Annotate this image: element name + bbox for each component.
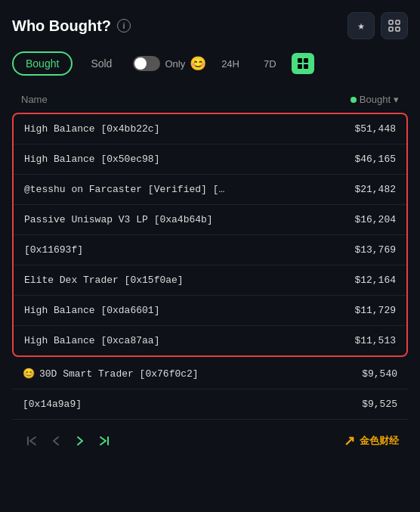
info-icon[interactable]: i <box>117 19 131 33</box>
svg-rect-1 <box>396 20 400 24</box>
table-row: Elite Dex Trader [0x15f0ae] $12,164 <box>14 265 406 296</box>
row-value: $21,482 <box>354 184 396 195</box>
time-24h-button[interactable]: 24H <box>212 54 249 73</box>
prev-page-button[interactable] <box>45 430 66 451</box>
row-value: $46,165 <box>354 154 396 165</box>
row-value: $16,204 <box>354 214 396 225</box>
row-name: High Balance [0xca87aa] <box>24 335 159 346</box>
row-name: Passive Uniswap V3 LP [0xa4b64b] <box>24 214 213 225</box>
last-page-button[interactable] <box>94 430 115 451</box>
row-name: High Balance [0xda6601] <box>24 305 159 316</box>
table-row: High Balance [0x4bb22c] $51,448 <box>14 114 406 144</box>
only-label: Only <box>165 58 185 70</box>
page-buttons <box>21 430 115 451</box>
row-value: $11,729 <box>354 305 396 316</box>
pagination: ↗ 金色财经 <box>12 420 408 458</box>
next-page-button[interactable] <box>69 430 91 451</box>
svg-rect-4 <box>298 58 302 63</box>
bought-header-text: Bought <box>360 94 391 105</box>
page-title: Who Bought? i <box>12 17 131 35</box>
row-name: @tesshu on Farcaster [Verified] [… <box>24 184 224 195</box>
row-name: [0x14a9a9] <box>23 399 82 410</box>
row-name: 😊30D Smart Trader [0x76f0c2] <box>23 368 199 380</box>
svg-rect-3 <box>396 27 400 31</box>
expand-button[interactable] <box>381 12 408 39</box>
svg-rect-2 <box>389 27 393 31</box>
normal-row: 😊30D Smart Trader [0x76f0c2] $9,540 <box>12 358 408 389</box>
table-row: High Balance [0x50ec98] $46,165 <box>14 144 406 175</box>
toggle-wrap: Only 😊 <box>133 55 206 72</box>
svg-rect-5 <box>304 58 308 63</box>
header-buttons: ★ <box>347 12 408 39</box>
tab-bought[interactable]: Bought <box>12 51 73 76</box>
row-value: $13,769 <box>354 244 396 256</box>
watermark-text: 金色财经 <box>360 434 399 448</box>
watermark: ↗ 金色财经 <box>344 433 399 449</box>
header-row: Who Bought? i ★ <box>12 12 408 39</box>
normal-row: [0x14a9a9] $9,525 <box>12 389 408 420</box>
table-row: [0x11693f] $13,769 <box>14 235 406 265</box>
table-row: High Balance [0xca87aa] $11,513 <box>14 326 406 355</box>
first-page-button[interactable] <box>21 430 42 451</box>
row-value: $51,448 <box>354 123 396 135</box>
row-value: $12,164 <box>354 275 396 286</box>
svg-rect-7 <box>304 64 308 69</box>
green-dot-icon <box>351 97 357 103</box>
table-row: Passive Uniswap V3 LP [0xa4b64b] $16,204 <box>14 205 406 235</box>
row-name: High Balance [0x50ec98] <box>24 154 159 165</box>
sort-icon: ▾ <box>394 94 399 105</box>
name-column-header: Name <box>21 94 48 105</box>
time-7d-button[interactable]: 7D <box>255 54 286 73</box>
row-name: [0x11693f] <box>24 244 83 256</box>
row-value: $9,525 <box>362 399 397 410</box>
tabs-row: Bought Sold Only 😊 24H 7D <box>12 51 408 76</box>
row-value: $11,513 <box>354 335 396 346</box>
title-text: Who Bought? <box>12 17 111 35</box>
table-row: High Balance [0xda6601] $11,729 <box>14 296 406 326</box>
grid-view-button[interactable] <box>292 53 314 74</box>
star-button[interactable]: ★ <box>347 12 375 39</box>
table-row: @tesshu on Farcaster [Verified] [… $21,4… <box>14 175 406 205</box>
row-value: $9,540 <box>362 368 397 380</box>
watermark-icon: ↗ <box>344 433 355 449</box>
row-name: Elite Dex Trader [0x15f0ae] <box>24 275 184 286</box>
highlighted-section: High Balance [0x4bb22c] $51,448 High Bal… <box>12 113 408 357</box>
svg-rect-0 <box>389 20 393 24</box>
table-header: Name Bought ▾ <box>12 88 408 111</box>
bought-column-header[interactable]: Bought ▾ <box>351 94 399 105</box>
row-emoji: 😊 <box>23 368 35 380</box>
svg-rect-6 <box>298 64 302 69</box>
emoji-icon: 😊 <box>190 55 206 72</box>
only-toggle[interactable] <box>133 56 160 71</box>
row-name: High Balance [0x4bb22c] <box>24 123 159 135</box>
tab-sold[interactable]: Sold <box>79 53 124 74</box>
toggle-knob <box>134 57 147 70</box>
